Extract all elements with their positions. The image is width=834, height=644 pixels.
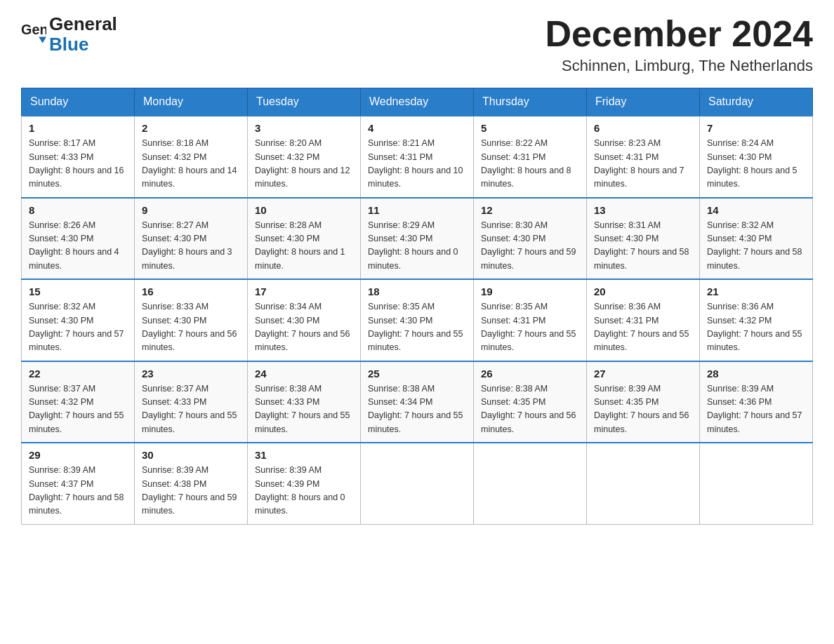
day-number: 31 [255,449,353,461]
calendar-cell: 20Sunrise: 8:36 AMSunset: 4:31 PMDayligh… [587,279,700,361]
day-number: 22 [29,368,127,380]
day-number: 13 [594,204,692,216]
day-number: 16 [142,286,240,297]
day-info: Sunrise: 8:24 AMSunset: 4:30 PMDaylight:… [707,137,805,192]
calendar-cell: 2Sunrise: 8:18 AMSunset: 4:32 PMDaylight… [135,116,248,198]
calendar-cell [474,443,587,524]
svg-marker-1 [39,36,46,43]
calendar-cell: 19Sunrise: 8:35 AMSunset: 4:31 PMDayligh… [474,279,587,361]
calendar-cell: 9Sunrise: 8:27 AMSunset: 4:30 PMDaylight… [135,198,248,280]
day-number: 19 [481,286,579,297]
day-number: 20 [594,286,692,297]
day-info: Sunrise: 8:35 AMSunset: 4:30 PMDaylight:… [368,300,466,355]
title-block: December 2024 Schinnen, Limburg, The Net… [545,14,813,75]
calendar-cell [700,443,813,524]
day-info: Sunrise: 8:22 AMSunset: 4:31 PMDaylight:… [481,137,579,192]
calendar-cell: 29Sunrise: 8:39 AMSunset: 4:37 PMDayligh… [22,443,135,524]
day-number: 18 [368,286,466,297]
calendar-cell: 31Sunrise: 8:39 AMSunset: 4:39 PMDayligh… [248,443,361,524]
day-number: 8 [29,204,127,216]
day-number: 29 [29,449,127,461]
day-info: Sunrise: 8:39 AMSunset: 4:39 PMDaylight:… [255,464,353,518]
day-info: Sunrise: 8:38 AMSunset: 4:34 PMDaylight:… [368,382,466,437]
day-number: 24 [255,368,353,380]
calendar-cell: 1Sunrise: 8:17 AMSunset: 4:33 PMDaylight… [22,116,135,198]
calendar-cell: 22Sunrise: 8:37 AMSunset: 4:32 PMDayligh… [22,361,135,443]
header-row: SundayMondayTuesdayWednesdayThursdayFrid… [22,88,813,116]
day-number: 1 [29,122,127,134]
day-info: Sunrise: 8:38 AMSunset: 4:35 PMDaylight:… [481,382,579,437]
day-info: Sunrise: 8:39 AMSunset: 4:37 PMDaylight:… [29,464,127,518]
calendar-cell: 15Sunrise: 8:32 AMSunset: 4:30 PMDayligh… [22,279,135,361]
day-number: 7 [707,122,805,134]
header-monday: Monday [135,88,248,116]
day-number: 26 [481,368,579,380]
calendar-table: SundayMondayTuesdayWednesdayThursdayFrid… [21,88,813,525]
month-year-title: December 2024 [545,14,813,54]
page-header: General General Blue December 2024 Schin… [21,14,813,75]
day-info: Sunrise: 8:31 AMSunset: 4:30 PMDaylight:… [594,219,692,274]
day-number: 25 [368,368,466,380]
day-number: 5 [481,122,579,134]
week-row-2: 8Sunrise: 8:26 AMSunset: 4:30 PMDaylight… [22,198,813,280]
day-info: Sunrise: 8:37 AMSunset: 4:33 PMDaylight:… [142,382,240,437]
header-sunday: Sunday [22,88,135,116]
header-tuesday: Tuesday [248,88,361,116]
day-number: 14 [707,204,805,216]
day-info: Sunrise: 8:30 AMSunset: 4:30 PMDaylight:… [481,219,579,274]
calendar-cell: 24Sunrise: 8:38 AMSunset: 4:33 PMDayligh… [248,361,361,443]
day-info: Sunrise: 8:29 AMSunset: 4:30 PMDaylight:… [368,219,466,274]
week-row-5: 29Sunrise: 8:39 AMSunset: 4:37 PMDayligh… [22,443,813,524]
day-number: 12 [481,204,579,216]
calendar-cell: 8Sunrise: 8:26 AMSunset: 4:30 PMDaylight… [22,198,135,280]
day-number: 6 [594,122,692,134]
day-info: Sunrise: 8:39 AMSunset: 4:35 PMDaylight:… [594,382,692,437]
calendar-cell: 16Sunrise: 8:33 AMSunset: 4:30 PMDayligh… [135,279,248,361]
calendar-cell: 18Sunrise: 8:35 AMSunset: 4:30 PMDayligh… [361,279,474,361]
calendar-cell: 11Sunrise: 8:29 AMSunset: 4:30 PMDayligh… [361,198,474,280]
day-info: Sunrise: 8:21 AMSunset: 4:31 PMDaylight:… [368,137,466,192]
logo: General General Blue [21,14,117,54]
header-friday: Friday [587,88,700,116]
location-subtitle: Schinnen, Limburg, The Netherlands [545,57,813,75]
day-number: 10 [255,204,353,216]
calendar-cell: 4Sunrise: 8:21 AMSunset: 4:31 PMDaylight… [361,116,474,198]
header-thursday: Thursday [474,88,587,116]
day-info: Sunrise: 8:20 AMSunset: 4:32 PMDaylight:… [255,137,353,192]
week-row-3: 15Sunrise: 8:32 AMSunset: 4:30 PMDayligh… [22,279,813,361]
calendar-cell: 23Sunrise: 8:37 AMSunset: 4:33 PMDayligh… [135,361,248,443]
calendar-cell: 10Sunrise: 8:28 AMSunset: 4:30 PMDayligh… [248,198,361,280]
day-number: 23 [142,368,240,380]
calendar-cell: 25Sunrise: 8:38 AMSunset: 4:34 PMDayligh… [361,361,474,443]
header-saturday: Saturday [700,88,813,116]
day-info: Sunrise: 8:18 AMSunset: 4:32 PMDaylight:… [142,137,240,192]
calendar-cell: 14Sunrise: 8:32 AMSunset: 4:30 PMDayligh… [700,198,813,280]
calendar-cell [361,443,474,524]
calendar-cell: 30Sunrise: 8:39 AMSunset: 4:38 PMDayligh… [135,443,248,524]
calendar-cell: 6Sunrise: 8:23 AMSunset: 4:31 PMDaylight… [587,116,700,198]
day-number: 27 [594,368,692,380]
day-info: Sunrise: 8:26 AMSunset: 4:30 PMDaylight:… [29,219,127,274]
calendar-cell: 7Sunrise: 8:24 AMSunset: 4:30 PMDaylight… [700,116,813,198]
week-row-1: 1Sunrise: 8:17 AMSunset: 4:33 PMDaylight… [22,116,813,198]
day-info: Sunrise: 8:23 AMSunset: 4:31 PMDaylight:… [594,137,692,192]
day-info: Sunrise: 8:34 AMSunset: 4:30 PMDaylight:… [255,300,353,355]
day-number: 15 [29,286,127,297]
day-info: Sunrise: 8:32 AMSunset: 4:30 PMDaylight:… [29,300,127,355]
calendar-cell: 13Sunrise: 8:31 AMSunset: 4:30 PMDayligh… [587,198,700,280]
calendar-cell [587,443,700,524]
day-number: 30 [142,449,240,461]
day-info: Sunrise: 8:39 AMSunset: 4:38 PMDaylight:… [142,464,240,518]
day-number: 17 [255,286,353,297]
day-info: Sunrise: 8:39 AMSunset: 4:36 PMDaylight:… [707,382,805,437]
day-number: 9 [142,204,240,216]
day-info: Sunrise: 8:33 AMSunset: 4:30 PMDaylight:… [142,300,240,355]
day-number: 4 [368,122,466,134]
day-info: Sunrise: 8:37 AMSunset: 4:32 PMDaylight:… [29,382,127,437]
day-info: Sunrise: 8:35 AMSunset: 4:31 PMDaylight:… [481,300,579,355]
day-info: Sunrise: 8:36 AMSunset: 4:32 PMDaylight:… [707,300,805,355]
logo-blue: Blue [49,34,117,55]
calendar-cell: 17Sunrise: 8:34 AMSunset: 4:30 PMDayligh… [248,279,361,361]
day-info: Sunrise: 8:17 AMSunset: 4:33 PMDaylight:… [29,137,127,192]
header-wednesday: Wednesday [361,88,474,116]
